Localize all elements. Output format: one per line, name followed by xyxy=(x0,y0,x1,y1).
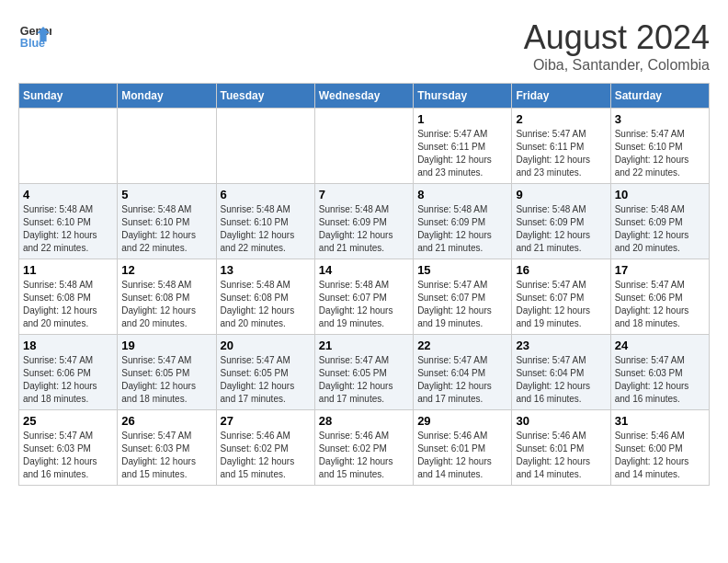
calendar-cell: 31Sunrise: 5:46 AM Sunset: 6:00 PM Dayli… xyxy=(610,410,709,486)
weekday-header: Tuesday xyxy=(216,84,314,109)
weekday-header: Friday xyxy=(512,84,610,109)
day-info: Sunrise: 5:48 AM Sunset: 6:09 PM Dayligh… xyxy=(615,203,705,255)
calendar-cell: 19Sunrise: 5:47 AM Sunset: 6:05 PM Dayli… xyxy=(118,335,216,410)
calendar-table: SundayMondayTuesdayWednesdayThursdayFrid… xyxy=(18,83,710,486)
day-info: Sunrise: 5:48 AM Sunset: 6:07 PM Dayligh… xyxy=(319,279,409,330)
day-info: Sunrise: 5:47 AM Sunset: 6:03 PM Dayligh… xyxy=(23,430,113,481)
day-number: 18 xyxy=(23,339,113,352)
calendar-cell: 18Sunrise: 5:47 AM Sunset: 6:06 PM Dayli… xyxy=(19,335,118,410)
day-info: Sunrise: 5:47 AM Sunset: 6:06 PM Dayligh… xyxy=(615,279,705,330)
day-number: 7 xyxy=(319,188,409,201)
day-info: Sunrise: 5:47 AM Sunset: 6:04 PM Dayligh… xyxy=(516,354,606,406)
day-number: 19 xyxy=(121,339,211,352)
calendar-cell: 20Sunrise: 5:47 AM Sunset: 6:05 PM Dayli… xyxy=(216,335,314,410)
calendar-cell: 17Sunrise: 5:47 AM Sunset: 6:06 PM Dayli… xyxy=(610,259,709,335)
day-number: 11 xyxy=(23,263,113,277)
calendar-cell: 6Sunrise: 5:48 AM Sunset: 6:10 PM Daylig… xyxy=(216,184,314,259)
calendar-cell: 9Sunrise: 5:48 AM Sunset: 6:09 PM Daylig… xyxy=(512,184,610,259)
day-info: Sunrise: 5:47 AM Sunset: 6:07 PM Dayligh… xyxy=(417,279,507,330)
day-number: 16 xyxy=(516,263,606,277)
day-number: 2 xyxy=(516,112,606,126)
calendar-cell: 3Sunrise: 5:47 AM Sunset: 6:10 PM Daylig… xyxy=(610,109,709,184)
day-info: Sunrise: 5:47 AM Sunset: 6:05 PM Dayligh… xyxy=(121,354,211,406)
calendar-week-row: 25Sunrise: 5:47 AM Sunset: 6:03 PM Dayli… xyxy=(19,410,710,486)
calendar-cell: 29Sunrise: 5:46 AM Sunset: 6:01 PM Dayli… xyxy=(414,410,512,486)
day-info: Sunrise: 5:47 AM Sunset: 6:11 PM Dayligh… xyxy=(417,128,507,179)
day-info: Sunrise: 5:47 AM Sunset: 6:11 PM Dayligh… xyxy=(516,128,606,179)
calendar-cell xyxy=(118,109,216,184)
day-number: 4 xyxy=(23,188,113,201)
day-info: Sunrise: 5:48 AM Sunset: 6:10 PM Dayligh… xyxy=(121,203,211,255)
day-info: Sunrise: 5:47 AM Sunset: 6:03 PM Dayligh… xyxy=(615,354,705,406)
day-info: Sunrise: 5:47 AM Sunset: 6:03 PM Dayligh… xyxy=(121,430,211,481)
weekday-header: Saturday xyxy=(610,84,709,109)
calendar-week-row: 18Sunrise: 5:47 AM Sunset: 6:06 PM Dayli… xyxy=(19,335,710,410)
day-number: 30 xyxy=(516,414,606,428)
day-number: 10 xyxy=(615,188,705,201)
calendar-cell: 22Sunrise: 5:47 AM Sunset: 6:04 PM Dayli… xyxy=(414,335,512,410)
logo: General Blue xyxy=(18,18,51,52)
day-info: Sunrise: 5:46 AM Sunset: 6:02 PM Dayligh… xyxy=(221,430,311,481)
day-number: 8 xyxy=(417,188,507,201)
day-number: 5 xyxy=(121,188,211,201)
day-info: Sunrise: 5:48 AM Sunset: 6:08 PM Dayligh… xyxy=(121,279,211,330)
day-number: 31 xyxy=(615,414,705,428)
day-number: 3 xyxy=(615,112,705,126)
day-info: Sunrise: 5:48 AM Sunset: 6:09 PM Dayligh… xyxy=(417,203,507,255)
day-info: Sunrise: 5:48 AM Sunset: 6:08 PM Dayligh… xyxy=(221,279,311,330)
page-header: General Blue August 2024 Oiba, Santander… xyxy=(18,18,710,74)
day-info: Sunrise: 5:48 AM Sunset: 6:09 PM Dayligh… xyxy=(516,203,606,255)
day-number: 9 xyxy=(516,188,606,201)
page-title: August 2024 xyxy=(524,18,710,57)
page-subtitle: Oiba, Santander, Colombia xyxy=(524,57,710,74)
calendar-cell: 1Sunrise: 5:47 AM Sunset: 6:11 PM Daylig… xyxy=(414,109,512,184)
day-number: 29 xyxy=(417,414,507,428)
calendar-cell: 25Sunrise: 5:47 AM Sunset: 6:03 PM Dayli… xyxy=(19,410,118,486)
weekday-header: Thursday xyxy=(414,84,512,109)
calendar-cell: 2Sunrise: 5:47 AM Sunset: 6:11 PM Daylig… xyxy=(512,109,610,184)
calendar-cell: 14Sunrise: 5:48 AM Sunset: 6:07 PM Dayli… xyxy=(314,259,413,335)
day-info: Sunrise: 5:47 AM Sunset: 6:10 PM Dayligh… xyxy=(615,128,705,179)
day-number: 27 xyxy=(221,414,311,428)
day-info: Sunrise: 5:46 AM Sunset: 6:01 PM Dayligh… xyxy=(516,430,606,481)
day-number: 20 xyxy=(221,339,311,352)
calendar-cell xyxy=(19,109,118,184)
day-number: 26 xyxy=(121,414,211,428)
day-number: 24 xyxy=(615,339,705,352)
day-number: 25 xyxy=(23,414,113,428)
day-info: Sunrise: 5:47 AM Sunset: 6:05 PM Dayligh… xyxy=(319,354,409,406)
day-number: 6 xyxy=(221,188,311,201)
day-info: Sunrise: 5:46 AM Sunset: 6:01 PM Dayligh… xyxy=(417,430,507,481)
calendar-cell: 15Sunrise: 5:47 AM Sunset: 6:07 PM Dayli… xyxy=(414,259,512,335)
calendar-cell: 23Sunrise: 5:47 AM Sunset: 6:04 PM Dayli… xyxy=(512,335,610,410)
calendar-cell: 7Sunrise: 5:48 AM Sunset: 6:09 PM Daylig… xyxy=(314,184,413,259)
calendar-cell: 10Sunrise: 5:48 AM Sunset: 6:09 PM Dayli… xyxy=(610,184,709,259)
calendar-week-row: 11Sunrise: 5:48 AM Sunset: 6:08 PM Dayli… xyxy=(19,259,710,335)
calendar-cell: 11Sunrise: 5:48 AM Sunset: 6:08 PM Dayli… xyxy=(19,259,118,335)
calendar-cell: 21Sunrise: 5:47 AM Sunset: 6:05 PM Dayli… xyxy=(314,335,413,410)
day-number: 21 xyxy=(319,339,409,352)
calendar-cell: 4Sunrise: 5:48 AM Sunset: 6:10 PM Daylig… xyxy=(19,184,118,259)
day-number: 13 xyxy=(221,263,311,277)
day-info: Sunrise: 5:46 AM Sunset: 6:02 PM Dayligh… xyxy=(319,430,409,481)
calendar-week-row: 1Sunrise: 5:47 AM Sunset: 6:11 PM Daylig… xyxy=(19,109,710,184)
day-number: 23 xyxy=(516,339,606,352)
calendar-cell: 13Sunrise: 5:48 AM Sunset: 6:08 PM Dayli… xyxy=(216,259,314,335)
day-number: 17 xyxy=(615,263,705,277)
day-number: 14 xyxy=(319,263,409,277)
day-number: 28 xyxy=(319,414,409,428)
day-info: Sunrise: 5:46 AM Sunset: 6:00 PM Dayligh… xyxy=(615,430,705,481)
calendar-cell: 24Sunrise: 5:47 AM Sunset: 6:03 PM Dayli… xyxy=(610,335,709,410)
calendar-cell: 8Sunrise: 5:48 AM Sunset: 6:09 PM Daylig… xyxy=(414,184,512,259)
calendar-cell: 27Sunrise: 5:46 AM Sunset: 6:02 PM Dayli… xyxy=(216,410,314,486)
day-info: Sunrise: 5:47 AM Sunset: 6:04 PM Dayligh… xyxy=(417,354,507,406)
day-number: 1 xyxy=(417,112,507,126)
day-info: Sunrise: 5:48 AM Sunset: 6:09 PM Dayligh… xyxy=(319,203,409,255)
calendar-cell xyxy=(216,109,314,184)
logo-icon: General Blue xyxy=(18,18,51,52)
calendar-cell: 28Sunrise: 5:46 AM Sunset: 6:02 PM Dayli… xyxy=(314,410,413,486)
day-info: Sunrise: 5:48 AM Sunset: 6:10 PM Dayligh… xyxy=(23,203,113,255)
weekday-header: Sunday xyxy=(19,84,118,109)
day-info: Sunrise: 5:47 AM Sunset: 6:06 PM Dayligh… xyxy=(23,354,113,406)
weekday-header: Monday xyxy=(118,84,216,109)
